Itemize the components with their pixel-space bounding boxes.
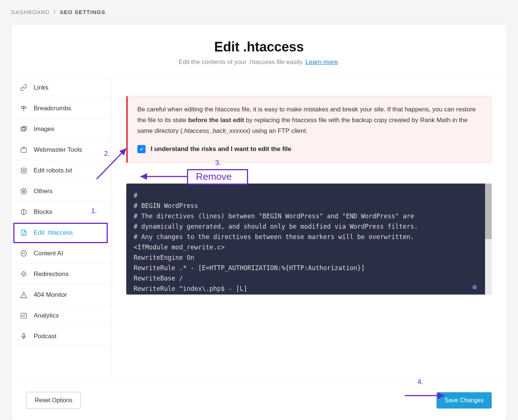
breadcrumb-root[interactable]: DASHBOARD [11, 9, 50, 15]
sidebar-item-robots[interactable]: Edit robots.txt [11, 160, 111, 181]
sidebar-item-images[interactable]: Images [11, 119, 111, 140]
sidebar-item-label: Redirections [34, 271, 69, 278]
risk-checkbox[interactable] [137, 145, 146, 153]
svg-rect-3 [21, 148, 27, 152]
sidebar-item-analytics[interactable]: Analytics [11, 305, 111, 326]
sidebar-item-label: Edit .htaccess [34, 229, 73, 236]
htaccess-editor[interactable]: # # BEGIN WordPress # The directives (li… [126, 184, 492, 295]
reset-button[interactable]: Reset Options [26, 392, 81, 409]
sidebar-item-htaccess[interactable]: Edit .htaccess [11, 222, 111, 243]
page-title: Edit .htaccess [11, 39, 507, 55]
list-icon [20, 187, 28, 195]
sidebar-item-404[interactable]: 404 Monitor [11, 285, 111, 305]
sidebar: Links Breadcrumbs Images Webmaster Tools… [11, 77, 111, 380]
sidebar-item-label: 404 Monitor [34, 291, 67, 299]
sidebar-item-links[interactable]: Links [11, 77, 111, 98]
risk-checkbox-label: I understand the risks and I want to edi… [151, 144, 291, 155]
sidebar-item-breadcrumbs[interactable]: Breadcrumbs [11, 98, 111, 119]
main: Be careful when editing the htaccess fil… [111, 77, 507, 380]
sidebar-item-podcast[interactable]: Podcast [11, 326, 111, 347]
sidebar-item-label: Links [34, 84, 49, 91]
redirect-icon [20, 270, 28, 278]
sidebar-item-blocks[interactable]: Blocks [11, 202, 111, 222]
sidebar-item-webmaster[interactable]: Webmaster Tools [11, 140, 111, 160]
ai-icon [20, 249, 28, 258]
breadcrumb: DASHBOARD / SEO SETTINGS [0, 0, 518, 24]
mic-icon [20, 332, 28, 340]
breadcrumb-current: SEO SETTINGS [60, 9, 106, 15]
sidebar-item-label: Others [34, 188, 53, 195]
save-button[interactable]: Save Changes [437, 392, 492, 409]
sidebar-item-label: Breadcrumbs [34, 105, 71, 112]
sidebar-item-label: Podcast [34, 333, 56, 340]
links-icon [20, 84, 28, 92]
footer: Reset Options Save Changes 4. [11, 380, 507, 420]
file-icon [20, 229, 28, 237]
sidebar-item-label: Images [34, 125, 54, 133]
svg-point-5 [23, 169, 25, 171]
blocks-icon [20, 208, 28, 216]
page-subtitle: Edit the contents of your .htaccess file… [11, 58, 507, 66]
sidebar-item-label: Edit robots.txt [34, 167, 72, 174]
sidebar-item-label: Blocks [34, 208, 52, 216]
robots-icon [20, 167, 28, 175]
annotation-remove-label: Remove [196, 171, 232, 182]
analytics-icon [20, 312, 28, 320]
svg-point-7 [21, 251, 27, 256]
sidebar-item-label: Content AI [34, 250, 63, 257]
panel: Edit .htaccess Edit the contents of your… [11, 24, 507, 420]
svg-rect-4 [21, 168, 26, 173]
briefcase-icon [20, 146, 28, 154]
warning-icon [20, 291, 28, 299]
scrollbar-thumb[interactable] [485, 184, 492, 239]
images-icon [20, 125, 28, 133]
sidebar-item-label: Webmaster Tools [34, 146, 82, 154]
editor-dot [472, 285, 477, 289]
svg-point-2 [24, 127, 25, 128]
signpost-icon [20, 104, 28, 112]
annotation-remove-box [187, 169, 248, 185]
learn-more-link[interactable]: Learn more [305, 58, 338, 65]
sidebar-item-others[interactable]: Others [11, 181, 111, 202]
sidebar-item-label: Analytics [34, 312, 59, 319]
sidebar-item-redirections[interactable]: Redirections [11, 264, 111, 285]
warning-box: Be careful when editing the htaccess fil… [126, 96, 492, 163]
breadcrumb-sep: / [51, 9, 58, 15]
header: Edit .htaccess Edit the contents of your… [11, 24, 507, 77]
svg-rect-9 [23, 333, 25, 337]
sidebar-item-contentai[interactable]: Content AI [11, 243, 111, 264]
annotation-arrow-remove [137, 172, 189, 181]
